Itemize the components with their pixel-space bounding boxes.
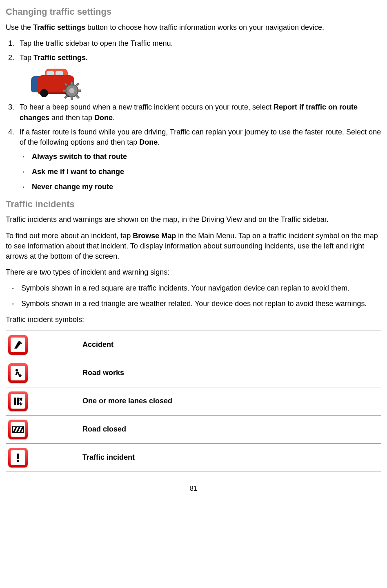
step-2: Tap Traffic settings. [16, 53, 381, 98]
gear-icon [63, 82, 81, 100]
svg-rect-2 [71, 96, 73, 100]
svg-rect-8 [76, 96, 79, 99]
svg-point-12 [16, 369, 18, 371]
text: button to choose how traffic information… [85, 23, 324, 31]
text-bold: Traffic settings [33, 23, 85, 31]
intro-paragraph: Use the Traffic settings button to choos… [6, 22, 381, 33]
text-bold: Always switch to that route [32, 152, 127, 161]
heading-changing-traffic: Changing traffic settings [6, 6, 381, 18]
svg-marker-13 [20, 373, 22, 376]
list-item: Symbols shown in a red square are traffi… [9, 283, 381, 293]
list-item: Symbols shown in a red triangle are weat… [9, 299, 381, 309]
incidents-para3: There are two types of incident and warn… [6, 267, 381, 277]
text: Symbols shown in a red triangle are weat… [21, 300, 367, 308]
step-3: To hear a beep sound when a new traffic … [16, 102, 381, 123]
text: and then tap [49, 114, 94, 122]
svg-rect-4 [77, 90, 81, 92]
table-row: One or more lanes closed [6, 387, 381, 415]
svg-rect-1 [71, 82, 73, 85]
svg-rect-7 [64, 96, 68, 99]
icon-cell [6, 387, 80, 415]
icon-cell [6, 415, 80, 443]
road-closed-icon [8, 420, 28, 439]
lanes-closed-icon [8, 391, 28, 411]
table-caption: Traffic incident symbols: [6, 315, 381, 325]
svg-rect-5 [64, 83, 68, 86]
option-ask-me: Ask me if I want to change [23, 167, 381, 177]
svg-rect-22 [17, 454, 19, 459]
table-row: Accident [6, 331, 381, 359]
option-always-switch: Always switch to that route [23, 152, 381, 162]
table-row: Traffic incident [6, 443, 381, 472]
symbol-label: Accident [80, 331, 381, 359]
svg-rect-15 [17, 398, 19, 405]
text: Tap [20, 54, 33, 62]
incidents-para1: Traffic incidents and warnings are shown… [6, 215, 381, 225]
text: If a faster route is found while you are… [20, 128, 381, 146]
symbol-label: One or more lanes closed [80, 387, 381, 415]
text: Symbols shown in a red square are traffi… [21, 284, 349, 292]
text: . [158, 138, 160, 146]
text: To find out more about an incident, tap [6, 232, 133, 240]
text: . [113, 114, 115, 122]
heading-traffic-incidents: Traffic incidents [6, 198, 381, 211]
text-bold: Never change my route [32, 183, 113, 191]
svg-rect-6 [76, 83, 79, 86]
text-bold: Ask me if I want to change [32, 168, 124, 176]
svg-rect-14 [14, 398, 16, 405]
traffic-settings-icon [30, 65, 79, 98]
text-bold: Done [139, 138, 158, 146]
text-bold: Done [94, 114, 113, 122]
svg-rect-3 [63, 90, 67, 92]
step-1: Tap the traffic sidebar to open the Traf… [16, 38, 381, 49]
symbols-table: Accident Road works One or more lanes cl… [6, 331, 381, 472]
symbol-label: Road closed [80, 415, 381, 443]
roadworks-icon [8, 363, 28, 383]
icon-cell [6, 359, 80, 387]
options-list: Always switch to that route Ask me if I … [20, 152, 381, 192]
text: Use the [6, 23, 33, 31]
incidents-para2: To find out more about an incident, tap … [6, 231, 381, 262]
text-bold: Browse Map [133, 232, 176, 240]
traffic-incident-icon [8, 448, 28, 467]
text-bold: Traffic settings. [33, 54, 88, 62]
accident-icon [8, 335, 28, 355]
svg-rect-23 [17, 460, 19, 462]
page-number: 81 [6, 484, 381, 493]
symbol-label: Road works [80, 359, 381, 387]
step-4: If a faster route is found while you are… [16, 127, 381, 192]
steps-list: Tap the traffic sidebar to open the Traf… [6, 38, 381, 192]
text: To hear a beep sound when a new traffic … [20, 103, 274, 111]
option-never-change: Never change my route [23, 182, 381, 192]
symbol-label: Traffic incident [80, 443, 381, 472]
table-row: Road works [6, 359, 381, 387]
icon-cell [6, 443, 80, 472]
icon-cell [6, 331, 80, 359]
svg-point-9 [69, 88, 74, 94]
table-row: Road closed [6, 415, 381, 443]
incident-types-list: Symbols shown in a red square are traffi… [6, 283, 381, 309]
